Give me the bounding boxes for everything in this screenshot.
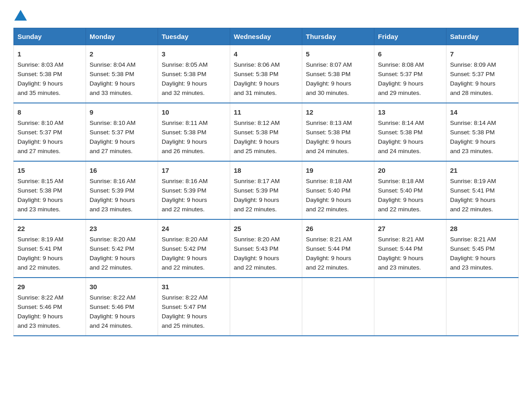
day-number: 30 (90, 282, 154, 292)
day-number: 23 (90, 223, 154, 234)
day-number: 15 (17, 165, 82, 176)
day-info: Sunrise: 8:14 AMSunset: 5:38 PMDaylight:… (450, 119, 515, 156)
calendar-cell (302, 278, 374, 336)
day-info: Sunrise: 8:19 AMSunset: 5:41 PMDaylight:… (450, 177, 515, 214)
day-info: Sunrise: 8:21 AMSunset: 5:44 PMDaylight:… (306, 235, 370, 273)
calendar-cell: 18Sunrise: 8:17 AMSunset: 5:39 PMDayligh… (230, 161, 302, 219)
day-number: 4 (234, 49, 298, 59)
day-info: Sunrise: 8:14 AMSunset: 5:38 PMDaylight:… (378, 119, 442, 156)
day-number: 7 (450, 49, 515, 59)
col-header-thursday: Thursday (302, 28, 374, 45)
day-number: 1 (17, 49, 82, 59)
calendar-cell: 17Sunrise: 8:16 AMSunset: 5:39 PMDayligh… (158, 161, 230, 219)
day-info: Sunrise: 8:09 AMSunset: 5:37 PMDaylight:… (450, 60, 515, 98)
calendar-cell: 7Sunrise: 8:09 AMSunset: 5:37 PMDaylight… (446, 45, 519, 103)
calendar-cell: 28Sunrise: 8:21 AMSunset: 5:45 PMDayligh… (446, 219, 519, 278)
day-number: 3 (162, 49, 226, 59)
day-number: 24 (162, 223, 226, 234)
calendar-cell: 30Sunrise: 8:22 AMSunset: 5:46 PMDayligh… (86, 278, 158, 336)
calendar-cell: 4Sunrise: 8:06 AMSunset: 5:38 PMDaylight… (230, 45, 302, 103)
col-header-sunday: Sunday (14, 28, 86, 45)
day-number: 21 (450, 165, 515, 176)
day-number: 22 (17, 223, 82, 234)
day-info: Sunrise: 8:18 AMSunset: 5:40 PMDaylight:… (306, 177, 370, 214)
day-info: Sunrise: 8:07 AMSunset: 5:38 PMDaylight:… (306, 60, 370, 98)
day-info: Sunrise: 8:11 AMSunset: 5:38 PMDaylight:… (162, 119, 226, 156)
calendar-cell: 3Sunrise: 8:05 AMSunset: 5:38 PMDaylight… (158, 45, 230, 103)
day-number: 14 (450, 107, 515, 117)
week-row-5: 29Sunrise: 8:22 AMSunset: 5:46 PMDayligh… (14, 278, 519, 336)
day-info: Sunrise: 8:08 AMSunset: 5:37 PMDaylight:… (378, 60, 442, 98)
week-row-4: 22Sunrise: 8:19 AMSunset: 5:41 PMDayligh… (14, 219, 519, 278)
calendar-cell: 9Sunrise: 8:10 AMSunset: 5:37 PMDaylight… (86, 103, 158, 161)
day-number: 12 (306, 107, 370, 117)
calendar-cell: 20Sunrise: 8:18 AMSunset: 5:40 PMDayligh… (374, 161, 446, 219)
day-info: Sunrise: 8:20 AMSunset: 5:42 PMDaylight:… (90, 235, 154, 273)
day-info: Sunrise: 8:12 AMSunset: 5:38 PMDaylight:… (234, 119, 298, 156)
day-number: 13 (378, 107, 442, 117)
calendar-cell: 10Sunrise: 8:11 AMSunset: 5:38 PMDayligh… (158, 103, 230, 161)
day-number: 16 (90, 165, 154, 176)
calendar-body: 1Sunrise: 8:03 AMSunset: 5:38 PMDaylight… (14, 45, 519, 336)
day-number: 27 (378, 223, 442, 234)
calendar-cell: 23Sunrise: 8:20 AMSunset: 5:42 PMDayligh… (86, 219, 158, 278)
day-number: 25 (234, 223, 298, 234)
day-info: Sunrise: 8:22 AMSunset: 5:47 PMDaylight:… (162, 293, 226, 331)
day-info: Sunrise: 8:10 AMSunset: 5:37 PMDaylight:… (17, 119, 82, 156)
day-info: Sunrise: 8:16 AMSunset: 5:39 PMDaylight:… (162, 177, 226, 214)
day-number: 28 (450, 223, 515, 234)
day-info: Sunrise: 8:20 AMSunset: 5:42 PMDaylight:… (162, 235, 226, 273)
day-info: Sunrise: 8:20 AMSunset: 5:43 PMDaylight:… (234, 235, 298, 273)
logo-triangle-icon (14, 10, 27, 21)
week-row-2: 8Sunrise: 8:10 AMSunset: 5:37 PMDaylight… (14, 103, 519, 161)
week-row-1: 1Sunrise: 8:03 AMSunset: 5:38 PMDaylight… (14, 45, 519, 103)
day-info: Sunrise: 8:06 AMSunset: 5:38 PMDaylight:… (234, 60, 298, 98)
calendar-cell: 19Sunrise: 8:18 AMSunset: 5:40 PMDayligh… (302, 161, 374, 219)
calendar-cell: 25Sunrise: 8:20 AMSunset: 5:43 PMDayligh… (230, 219, 302, 278)
day-info: Sunrise: 8:15 AMSunset: 5:38 PMDaylight:… (17, 177, 82, 214)
day-info: Sunrise: 8:16 AMSunset: 5:39 PMDaylight:… (90, 177, 154, 214)
day-info: Sunrise: 8:18 AMSunset: 5:40 PMDaylight:… (378, 177, 442, 214)
logo-blue-part (13, 9, 28, 20)
day-number: 19 (306, 165, 370, 176)
calendar-cell: 6Sunrise: 8:08 AMSunset: 5:37 PMDaylight… (374, 45, 446, 103)
col-header-friday: Friday (374, 28, 446, 45)
calendar-cell: 31Sunrise: 8:22 AMSunset: 5:47 PMDayligh… (158, 278, 230, 336)
week-row-3: 15Sunrise: 8:15 AMSunset: 5:38 PMDayligh… (14, 161, 519, 219)
page-header (13, 9, 519, 20)
calendar-cell: 13Sunrise: 8:14 AMSunset: 5:38 PMDayligh… (374, 103, 446, 161)
day-info: Sunrise: 8:03 AMSunset: 5:38 PMDaylight:… (17, 60, 82, 98)
day-info: Sunrise: 8:10 AMSunset: 5:37 PMDaylight:… (90, 119, 154, 156)
day-number: 10 (162, 107, 226, 117)
col-header-wednesday: Wednesday (230, 28, 302, 45)
day-info: Sunrise: 8:21 AMSunset: 5:45 PMDaylight:… (450, 235, 515, 273)
day-number: 18 (234, 165, 298, 176)
day-info: Sunrise: 8:22 AMSunset: 5:46 PMDaylight:… (17, 293, 82, 331)
calendar-cell: 16Sunrise: 8:16 AMSunset: 5:39 PMDayligh… (86, 161, 158, 219)
col-header-tuesday: Tuesday (158, 28, 230, 45)
day-number: 26 (306, 223, 370, 234)
day-number: 31 (162, 282, 226, 292)
calendar-cell (374, 278, 446, 336)
calendar-header: SundayMondayTuesdayWednesdayThursdayFrid… (14, 28, 519, 45)
day-info: Sunrise: 8:05 AMSunset: 5:38 PMDaylight:… (162, 60, 226, 98)
day-info: Sunrise: 8:17 AMSunset: 5:39 PMDaylight:… (234, 177, 298, 214)
day-number: 17 (162, 165, 226, 176)
calendar-cell (230, 278, 302, 336)
calendar-cell: 24Sunrise: 8:20 AMSunset: 5:42 PMDayligh… (158, 219, 230, 278)
day-number: 29 (17, 282, 82, 292)
calendar-cell: 5Sunrise: 8:07 AMSunset: 5:38 PMDaylight… (302, 45, 374, 103)
calendar-cell: 2Sunrise: 8:04 AMSunset: 5:38 PMDaylight… (86, 45, 158, 103)
calendar-cell: 12Sunrise: 8:13 AMSunset: 5:38 PMDayligh… (302, 103, 374, 161)
calendar-table: SundayMondayTuesdayWednesdayThursdayFrid… (13, 28, 519, 336)
calendar-cell: 15Sunrise: 8:15 AMSunset: 5:38 PMDayligh… (14, 161, 86, 219)
day-number: 11 (234, 107, 298, 117)
day-info: Sunrise: 8:19 AMSunset: 5:41 PMDaylight:… (17, 235, 82, 273)
day-info: Sunrise: 8:13 AMSunset: 5:38 PMDaylight:… (306, 119, 370, 156)
calendar-cell: 14Sunrise: 8:14 AMSunset: 5:38 PMDayligh… (446, 103, 519, 161)
col-header-monday: Monday (86, 28, 158, 45)
calendar-cell: 22Sunrise: 8:19 AMSunset: 5:41 PMDayligh… (14, 219, 86, 278)
calendar-cell: 21Sunrise: 8:19 AMSunset: 5:41 PMDayligh… (446, 161, 519, 219)
logo (13, 9, 28, 20)
day-number: 5 (306, 49, 370, 59)
